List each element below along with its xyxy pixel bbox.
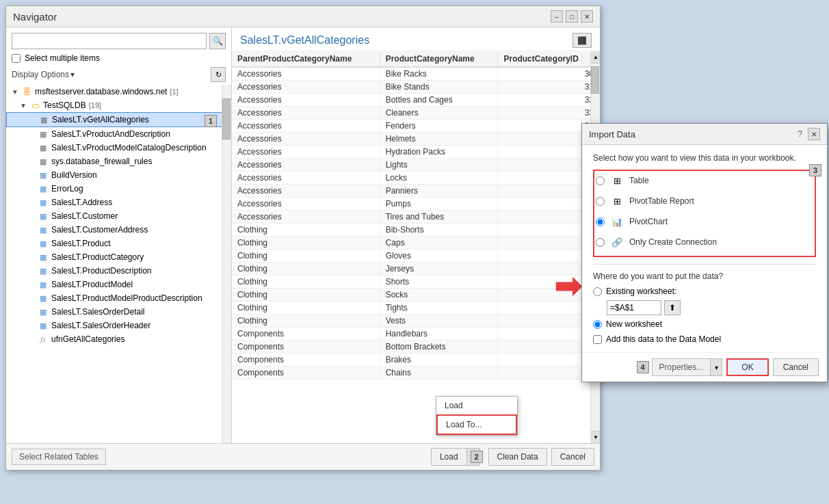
ok-button[interactable]: OK (726, 358, 768, 376)
where-label: Where do you want to put the data? (593, 271, 816, 281)
tree-item-5[interactable]: ▦ ErrorLog (6, 182, 231, 196)
table-row: AccessoriesPanniers39 (232, 185, 600, 198)
option-pivot-table-radio[interactable] (596, 197, 605, 206)
table-row: AccessoriesHydration Packs36 (232, 146, 600, 159)
close-button[interactable]: ✕ (581, 10, 593, 23)
tree-item-1[interactable]: ▦ SalesLT.vProductAndDescription (6, 127, 231, 141)
table-cell-col1: Hydration Packs (380, 146, 498, 159)
minimize-button[interactable]: – (551, 10, 563, 23)
server-icon: 🗄 (21, 86, 32, 97)
scroll-down-button[interactable]: ▼ (591, 431, 600, 443)
new-ws-radio[interactable] (593, 320, 602, 329)
table-cell-col1: Bike Stands (380, 81, 498, 94)
connection-option-icon: 🔗 (610, 235, 624, 249)
table-cell-col1: Cleaners (380, 107, 498, 120)
tree-item-3[interactable]: ▦ sys.database_firewall_rules (6, 155, 231, 168)
load-dropdown: Load Load To... (436, 396, 518, 436)
tree-item-4[interactable]: ▦ BuildVersion (6, 168, 231, 182)
table-cell-col0: Clothing (232, 224, 380, 237)
properties-arrow-button[interactable]: ▾ (710, 358, 722, 376)
tree-item-13[interactable]: ▦ SalesLT.ProductModelProductDescription (6, 291, 231, 305)
tree-item-label-2: SalesLT.vProductModelCatalogDescription (51, 143, 207, 152)
tree-item-9[interactable]: ▦ SalesLT.Product (6, 237, 231, 250)
table-cell-col0: Clothing (232, 302, 380, 315)
clean-data-button[interactable]: Clean Data (488, 448, 547, 466)
option-table-radio[interactable] (596, 176, 605, 185)
view-icon-3: ▦ (38, 156, 49, 167)
new-ws-row: New worksheet (593, 319, 816, 329)
table-cell-col1: Brakes (380, 354, 498, 367)
add-model-checkbox[interactable] (593, 335, 602, 344)
table-row: AccessoriesPumps40 (232, 198, 600, 211)
search-input[interactable] (12, 33, 207, 49)
existing-ws-input[interactable] (607, 300, 661, 315)
tree-item-label-5: ErrorLog (51, 184, 83, 194)
refresh-icon: ↻ (215, 70, 222, 79)
where-section: Where do you want to put the data? Exist… (593, 271, 816, 329)
scroll-up-button[interactable]: ▲ (591, 51, 600, 64)
search-button[interactable]: 🔍 (209, 33, 226, 49)
server-badge: [1] (170, 88, 178, 96)
add-model-row: Add this data to the Data Model (593, 334, 816, 344)
tree-item-label-6: SalesLT.Address (51, 198, 112, 207)
tree-item-8[interactable]: ▦ SalesLT.CustomerAddress (6, 223, 231, 237)
tree-item-label-9: SalesLT.Product (51, 239, 111, 248)
tree-scrollbar-thumb[interactable] (222, 98, 231, 140)
dropdown-load-to-item[interactable]: Load To... (436, 414, 517, 435)
table-row: ClothingTights28 (232, 302, 600, 315)
cancel-button[interactable]: Cancel (551, 448, 594, 466)
tree-item-2[interactable]: ▦ SalesLT.vProductModelCatalogDescriptio… (6, 141, 231, 155)
dialog-cancel-button[interactable]: Cancel (773, 358, 819, 376)
tree-server[interactable]: ▼ 🗄 msftestserver.database.windows.net [… (6, 85, 231, 98)
tree-item-16[interactable]: 𝑓𝑥 ufnGetAllCategories (6, 332, 231, 346)
tree-item-15[interactable]: ▦ SalesLT.SalesOrderHeader (6, 319, 231, 332)
tree-item-label-4: BuildVersion (51, 170, 97, 180)
tree-item-label-10: SalesLT.ProductCategory (51, 252, 144, 262)
tree-item-14[interactable]: ▦ SalesLT.SalesOrderDetail (6, 305, 231, 319)
table-cell-col1: Caps (380, 237, 498, 250)
option-connection-radio[interactable] (596, 238, 605, 247)
table-row: ClothingShorts26 (232, 276, 600, 289)
table-cell-col0: Clothing (232, 250, 380, 263)
refresh-button[interactable]: ↻ (211, 67, 226, 82)
properties-main-button[interactable]: Properties... (652, 358, 711, 376)
table-icon-12: ▦ (38, 279, 49, 290)
table-icon-4: ▦ (38, 170, 49, 181)
tree-item-label-8: SalesLT.CustomerAddress (51, 225, 148, 235)
dropdown-load-item[interactable]: Load (436, 397, 517, 414)
option-table: ⊞ Table (596, 172, 813, 189)
table-icon-8: ▦ (38, 224, 49, 235)
tree-item-11[interactable]: ▦ SalesLT.ProductDescription (6, 264, 231, 278)
table-row: AccessoriesCleaners33 (232, 107, 600, 120)
table-cell-col0: Components (232, 354, 380, 367)
tree-item-6[interactable]: ▦ SalesLT.Address (6, 196, 231, 209)
search-container: 🔍 (6, 27, 231, 52)
dialog-body: Select how you want to view this data in… (582, 145, 827, 352)
existing-ws-radio[interactable] (593, 287, 602, 296)
option-pivot-chart-radio[interactable] (596, 217, 605, 226)
tree-item-12[interactable]: ▦ SalesLT.ProductModel (6, 278, 231, 291)
step4-badge: 4 (637, 361, 649, 373)
preview-expand-button[interactable]: ⬛ (573, 33, 592, 48)
select-related-button[interactable]: Select Related Tables (12, 449, 106, 465)
maximize-button[interactable]: □ (566, 10, 578, 23)
load-main-button[interactable]: Load (431, 448, 466, 466)
tree-item-saleslt-vgetallcategories[interactable]: ▦ SalesLT.vGetAllCategories 1 (6, 112, 231, 127)
table-cell-col0: Clothing (232, 237, 380, 250)
dialog-close-button[interactable]: ✕ (808, 128, 820, 140)
scroll-thumb[interactable] (591, 66, 599, 94)
tree-item-7[interactable]: ▦ SalesLT.Customer (6, 209, 231, 223)
table-cell-col1: Bib-Shorts (380, 224, 498, 237)
table-cell-col0: Accessories (232, 94, 380, 107)
display-options-button[interactable]: Display Options ▾ (12, 70, 75, 79)
option-pivot-table: ⊞ PivotTable Report (596, 193, 813, 209)
col-header-1: ProductCategoryName (380, 51, 498, 67)
existing-ws-input-row: ⬆ (607, 300, 816, 315)
col-header-0: ParentProductCategoryName (232, 51, 380, 67)
select-multiple-checkbox[interactable] (12, 54, 21, 63)
cell-select-button[interactable]: ⬆ (664, 300, 681, 315)
dialog-help-icon[interactable]: ? (798, 129, 802, 139)
tree-item-10[interactable]: ▦ SalesLT.ProductCategory (6, 250, 231, 264)
data-table: ParentProductCategoryName ProductCategor… (232, 51, 600, 380)
tree-db[interactable]: ▼ 🗃 TestSQLDB [19] (6, 98, 231, 112)
